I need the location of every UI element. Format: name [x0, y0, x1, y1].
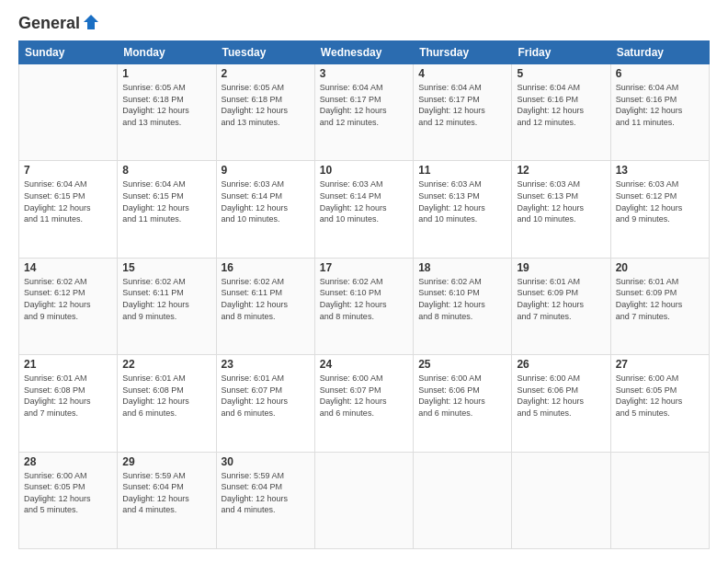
calendar-cell: 22Sunrise: 6:01 AMSunset: 6:08 PMDayligh… [118, 355, 216, 452]
calendar-day-header: Wednesday [314, 41, 413, 64]
day-number: 22 [122, 358, 210, 371]
calendar-cell: 16Sunrise: 6:02 AMSunset: 6:11 PMDayligh… [216, 258, 314, 354]
day-info: Sunrise: 6:04 AMSunset: 6:16 PMDaylight:… [517, 82, 605, 128]
day-info: Sunrise: 6:04 AMSunset: 6:16 PMDaylight:… [616, 82, 704, 128]
day-number: 28 [24, 455, 112, 468]
day-number: 11 [418, 164, 506, 177]
calendar-cell: 9Sunrise: 6:03 AMSunset: 6:14 PMDaylight… [216, 161, 314, 258]
day-number: 2 [222, 67, 310, 80]
day-number: 1 [122, 67, 210, 80]
day-info: Sunrise: 6:05 AMSunset: 6:18 PMDaylight:… [122, 82, 210, 128]
calendar-cell: 19Sunrise: 6:01 AMSunset: 6:09 PMDayligh… [512, 258, 610, 354]
calendar-cell: 1Sunrise: 6:05 AMSunset: 6:18 PMDaylight… [118, 64, 216, 161]
calendar-cell: 11Sunrise: 6:03 AMSunset: 6:13 PMDayligh… [414, 161, 512, 258]
day-info: Sunrise: 5:59 AMSunset: 6:04 PMDaylight:… [122, 470, 210, 516]
day-info: Sunrise: 6:01 AMSunset: 6:09 PMDaylight:… [616, 276, 704, 322]
calendar-cell: 28Sunrise: 6:00 AMSunset: 6:05 PMDayligh… [19, 452, 118, 548]
day-info: Sunrise: 6:01 AMSunset: 6:07 PMDaylight:… [222, 373, 310, 419]
day-info: Sunrise: 6:00 AMSunset: 6:05 PMDaylight:… [616, 373, 704, 419]
calendar-cell [610, 452, 709, 548]
day-info: Sunrise: 6:04 AMSunset: 6:17 PMDaylight:… [418, 82, 506, 128]
day-number: 26 [517, 358, 605, 371]
day-number: 19 [517, 261, 605, 274]
day-info: Sunrise: 6:02 AMSunset: 6:11 PMDaylight:… [222, 276, 310, 322]
calendar-day-header: Thursday [414, 41, 512, 64]
day-info: Sunrise: 6:01 AMSunset: 6:08 PMDaylight:… [24, 373, 112, 419]
calendar-cell [19, 64, 118, 161]
calendar-cell: 26Sunrise: 6:00 AMSunset: 6:06 PMDayligh… [512, 355, 610, 452]
day-info: Sunrise: 6:00 AMSunset: 6:07 PMDaylight:… [320, 373, 408, 419]
calendar-cell [414, 452, 512, 548]
logo-general: General [18, 14, 80, 33]
day-info: Sunrise: 6:03 AMSunset: 6:12 PMDaylight:… [616, 178, 704, 224]
calendar-cell: 10Sunrise: 6:03 AMSunset: 6:14 PMDayligh… [314, 161, 413, 258]
calendar-cell: 3Sunrise: 6:04 AMSunset: 6:17 PMDaylight… [314, 64, 413, 161]
day-number: 17 [320, 261, 408, 274]
calendar-cell: 6Sunrise: 6:04 AMSunset: 6:16 PMDaylight… [610, 64, 709, 161]
calendar-cell: 8Sunrise: 6:04 AMSunset: 6:15 PMDaylight… [118, 161, 216, 258]
calendar-cell: 21Sunrise: 6:01 AMSunset: 6:08 PMDayligh… [19, 355, 118, 452]
calendar-cell: 4Sunrise: 6:04 AMSunset: 6:17 PMDaylight… [414, 64, 512, 161]
calendar-week-row: 1Sunrise: 6:05 AMSunset: 6:18 PMDaylight… [19, 64, 710, 161]
calendar-cell: 20Sunrise: 6:01 AMSunset: 6:09 PMDayligh… [610, 258, 709, 354]
svg-marker-0 [84, 15, 98, 29]
header: General [18, 14, 710, 31]
calendar-cell: 27Sunrise: 6:00 AMSunset: 6:05 PMDayligh… [610, 355, 709, 452]
calendar-cell: 18Sunrise: 6:02 AMSunset: 6:10 PMDayligh… [414, 258, 512, 354]
day-number: 12 [517, 164, 605, 177]
day-number: 16 [222, 261, 310, 274]
calendar-cell: 29Sunrise: 5:59 AMSunset: 6:04 PMDayligh… [118, 452, 216, 548]
day-info: Sunrise: 6:03 AMSunset: 6:13 PMDaylight:… [517, 178, 605, 224]
calendar-cell: 25Sunrise: 6:00 AMSunset: 6:06 PMDayligh… [414, 355, 512, 452]
calendar-cell: 24Sunrise: 6:00 AMSunset: 6:07 PMDayligh… [314, 355, 413, 452]
day-number: 8 [122, 164, 210, 177]
day-number: 24 [320, 358, 408, 371]
day-info: Sunrise: 6:03 AMSunset: 6:13 PMDaylight:… [418, 178, 506, 224]
day-info: Sunrise: 6:02 AMSunset: 6:12 PMDaylight:… [24, 276, 112, 322]
calendar-cell: 14Sunrise: 6:02 AMSunset: 6:12 PMDayligh… [19, 258, 118, 354]
day-info: Sunrise: 6:04 AMSunset: 6:15 PMDaylight:… [24, 178, 112, 224]
day-number: 23 [222, 358, 310, 371]
calendar-week-row: 28Sunrise: 6:00 AMSunset: 6:05 PMDayligh… [19, 452, 710, 548]
calendar-cell: 23Sunrise: 6:01 AMSunset: 6:07 PMDayligh… [216, 355, 314, 452]
calendar-table: SundayMondayTuesdayWednesdayThursdayFrid… [18, 40, 710, 549]
calendar-day-header: Sunday [19, 41, 118, 64]
day-number: 5 [517, 67, 605, 80]
day-number: 7 [24, 164, 112, 177]
calendar-cell: 7Sunrise: 6:04 AMSunset: 6:15 PMDaylight… [19, 161, 118, 258]
day-number: 29 [122, 455, 210, 468]
calendar-cell: 12Sunrise: 6:03 AMSunset: 6:13 PMDayligh… [512, 161, 610, 258]
day-number: 6 [616, 67, 704, 80]
calendar-cell: 15Sunrise: 6:02 AMSunset: 6:11 PMDayligh… [118, 258, 216, 354]
day-number: 10 [320, 164, 408, 177]
calendar-day-header: Saturday [610, 41, 709, 64]
calendar-cell: 2Sunrise: 6:05 AMSunset: 6:18 PMDaylight… [216, 64, 314, 161]
day-number: 30 [222, 455, 310, 468]
day-number: 21 [24, 358, 112, 371]
page: General SundayMondayTuesdayWednesdayThur… [0, 0, 728, 563]
calendar-cell: 30Sunrise: 5:59 AMSunset: 6:04 PMDayligh… [216, 452, 314, 548]
day-number: 4 [418, 67, 506, 80]
day-info: Sunrise: 6:01 AMSunset: 6:08 PMDaylight:… [122, 373, 210, 419]
calendar-week-row: 21Sunrise: 6:01 AMSunset: 6:08 PMDayligh… [19, 355, 710, 452]
day-number: 9 [222, 164, 310, 177]
day-info: Sunrise: 6:02 AMSunset: 6:11 PMDaylight:… [122, 276, 210, 322]
day-info: Sunrise: 6:00 AMSunset: 6:06 PMDaylight:… [517, 373, 605, 419]
day-info: Sunrise: 6:01 AMSunset: 6:09 PMDaylight:… [517, 276, 605, 322]
day-number: 13 [616, 164, 704, 177]
calendar-week-row: 7Sunrise: 6:04 AMSunset: 6:15 PMDaylight… [19, 161, 710, 258]
day-number: 3 [320, 67, 408, 80]
day-info: Sunrise: 6:00 AMSunset: 6:05 PMDaylight:… [24, 470, 112, 516]
day-info: Sunrise: 6:04 AMSunset: 6:15 PMDaylight:… [122, 178, 210, 224]
logo-icon [82, 13, 100, 31]
day-info: Sunrise: 6:03 AMSunset: 6:14 PMDaylight:… [222, 178, 310, 224]
calendar-day-header: Friday [512, 41, 610, 64]
calendar-cell [314, 452, 413, 548]
calendar-day-header: Tuesday [216, 41, 314, 64]
calendar-cell: 17Sunrise: 6:02 AMSunset: 6:10 PMDayligh… [314, 258, 413, 354]
calendar-cell: 5Sunrise: 6:04 AMSunset: 6:16 PMDaylight… [512, 64, 610, 161]
day-number: 14 [24, 261, 112, 274]
calendar-week-row: 14Sunrise: 6:02 AMSunset: 6:12 PMDayligh… [19, 258, 710, 354]
day-info: Sunrise: 6:03 AMSunset: 6:14 PMDaylight:… [320, 178, 408, 224]
day-number: 27 [616, 358, 704, 371]
